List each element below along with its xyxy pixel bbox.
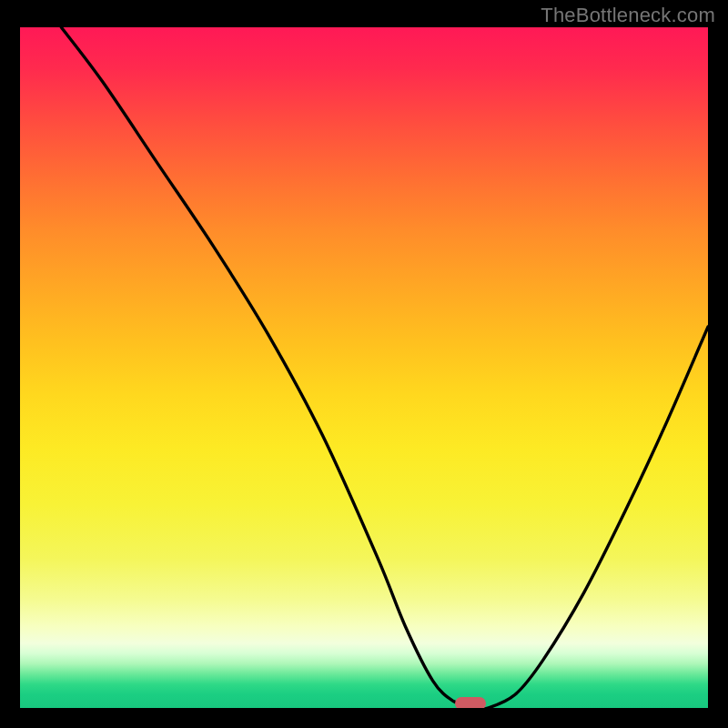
chart-frame: TheBottleneck.com (0, 0, 728, 728)
heat-gradient (20, 27, 708, 708)
optimal-marker (455, 697, 486, 708)
watermark-text: TheBottleneck.com (541, 4, 715, 27)
plot-area (20, 27, 708, 708)
